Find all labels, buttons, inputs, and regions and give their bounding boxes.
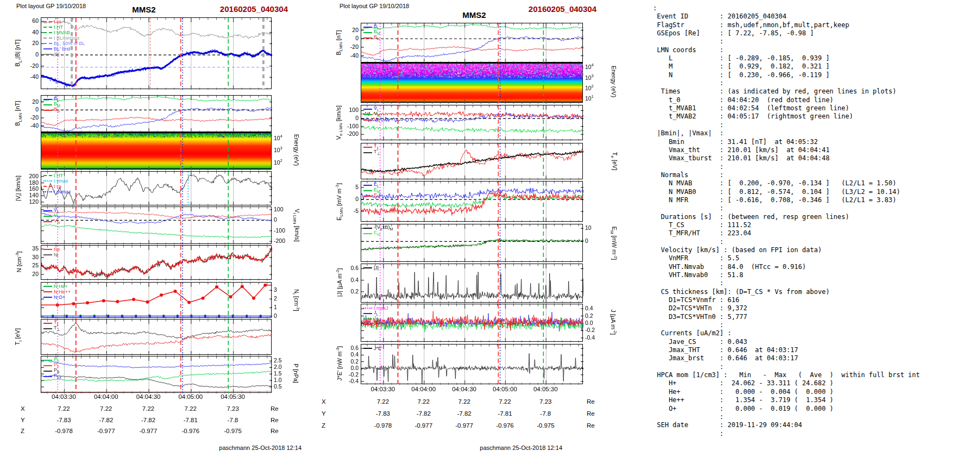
info-line: HPCA mom [1/cm3] : Min - Max ( Ave ) wit… xyxy=(653,371,920,379)
legend-elmn: ELEMEN xyxy=(363,183,380,199)
legend-entry: Ne xyxy=(43,247,60,252)
position-unit: Re xyxy=(587,398,595,405)
legend-em: -(VexB)MEM xyxy=(363,226,393,236)
legend-label: |B| xyxy=(54,52,60,57)
plot-jde: J*E' xyxy=(361,344,583,384)
position-unit: Re xyxy=(271,405,279,412)
info-line: T_MFR/HT : 223.04 xyxy=(653,229,920,237)
info-line: CS thickness [km]: (D=T_CS * Vs from abo… xyxy=(653,288,920,296)
tick-label: 25 xyxy=(16,262,39,268)
position-value: 7.23 xyxy=(214,405,252,412)
position-value: -7.83 xyxy=(45,417,83,423)
legend-line-sample xyxy=(43,191,52,192)
axis-label-ti: Ti [eV] xyxy=(14,319,22,355)
tick-label: 1.5 xyxy=(274,370,302,377)
tick-label: 20 xyxy=(16,98,39,105)
legend-line-sample xyxy=(43,360,52,361)
legend-label: BL, 50% of BL xyxy=(54,41,85,46)
legend-label: t cs xyxy=(54,184,61,189)
legend-line-sample xyxy=(363,267,372,268)
position-value: 7.22 xyxy=(405,398,443,405)
position-row-key: X xyxy=(322,398,326,405)
chart-canvas-vi-lmn xyxy=(41,207,272,245)
position-value: -0.976 xyxy=(486,422,524,429)
plot-pressure: PpPePBPtot xyxy=(41,356,272,393)
info-line: Vmax_tburst : 210.01 [km/s] at 04:04:48 xyxy=(653,154,920,162)
legend-label: N He++ xyxy=(54,289,71,295)
legend-entry: BL' brst xyxy=(43,46,85,52)
tick-label: 30 xyxy=(16,254,39,260)
legend-line-sample xyxy=(43,21,52,22)
legend-label: N O+ xyxy=(54,295,65,300)
plot-layout-label-left: Plot layout GP 19/10/2018 xyxy=(16,3,86,9)
info-line: VHT.Nmvab : 84.0 (HTcc = 0.916) xyxy=(653,263,920,271)
energy-tick-label: 101 xyxy=(585,95,613,102)
legend-ve-lmn: VLVMVN xyxy=(363,107,380,123)
legend-entry: t HT xyxy=(43,24,85,30)
plot-blmn: BLBMBN xyxy=(41,95,272,132)
position-value: -0.977 xyxy=(87,428,125,434)
time-axis-label: 04:05:30 xyxy=(526,386,564,392)
info-line: Times : (as indicated by red, green line… xyxy=(653,87,920,96)
footer-signature-mid: paschmann 25-Oct-2018 12:14 xyxy=(399,445,562,451)
tick-label: -0.2 xyxy=(336,371,359,378)
time-axis-label: 04:04:00 xyxy=(405,386,443,392)
legend-entry: t cs xyxy=(43,19,85,24)
tick-label: 0 xyxy=(336,196,359,202)
plot-n-density: NeNi xyxy=(41,245,272,280)
info-line: Jmax_THT : 0.646 at 04:03:17 xyxy=(653,346,920,354)
tick-label: 0 xyxy=(16,51,39,58)
legend-line-sample xyxy=(43,297,52,298)
info-line: Durations [s] : (between red, resp green… xyxy=(653,213,920,221)
legend-line-sample xyxy=(363,152,372,153)
info-line: : xyxy=(653,204,920,212)
info-line: : xyxy=(653,4,920,12)
legend-entry: |J| xyxy=(363,265,379,271)
tick-label: 0.5 xyxy=(274,383,302,390)
legend-jlmn: t maxJJLJMJN xyxy=(363,305,388,327)
legend-line-sample xyxy=(43,43,52,44)
info-line: Currents [uA/m2] : xyxy=(653,329,920,337)
legend-line-sample xyxy=(43,249,52,250)
legend-entry: t MVAB xyxy=(43,30,85,35)
legend-entry: T⊥ xyxy=(43,326,60,331)
legend-label: BL' brst xyxy=(54,46,70,52)
legend-line-sample xyxy=(43,27,52,28)
tick-label: 60 xyxy=(16,17,39,24)
legend-entry: t BLminmax xyxy=(43,35,85,41)
position-value: -0.976 xyxy=(172,428,210,434)
info-line: Jave_CS : 0.043 xyxy=(653,338,920,346)
legend-line-sample xyxy=(363,114,372,115)
legend-line-sample xyxy=(43,32,52,33)
tick-label: 1 xyxy=(274,304,302,310)
position-value: 7.22 xyxy=(364,398,402,405)
legend-entry: VN xyxy=(43,219,60,224)
energy-tick-label: 103 xyxy=(274,146,302,153)
legend-label: Ni xyxy=(54,252,59,258)
position-value: -7.83 xyxy=(364,410,402,417)
position-value: -7.8 xyxy=(526,410,564,417)
tick-label: 0.0 xyxy=(585,320,613,326)
info-line: LMN coords : xyxy=(653,46,920,54)
legend-entry: VN xyxy=(363,117,380,123)
tick-label: -40 xyxy=(16,73,39,80)
legend-line-sample xyxy=(43,365,52,366)
plot-vi-mag: t HTt vmaxt cst dvmax xyxy=(41,171,272,205)
tick-label: 0 xyxy=(274,312,302,319)
info-line: VnMFR : 5.5 xyxy=(653,254,920,262)
legend-ti: T∥T⊥ xyxy=(43,321,60,331)
legend-line-sample xyxy=(43,99,52,100)
legend-entry: N O+ xyxy=(43,295,71,300)
legend-label: t dvmax xyxy=(54,189,71,195)
tick-label: 0.4 xyxy=(585,305,613,311)
tick-label: -100 xyxy=(274,227,302,234)
legend-label: VN xyxy=(54,218,60,226)
legend-label: JN xyxy=(374,321,379,328)
tick-label: 5 xyxy=(336,184,359,190)
legend-entry: N He++ xyxy=(43,289,71,295)
info-line: H+ : 24.062 - 33.311 ( 24.682 ) xyxy=(653,379,920,387)
tick-label: 140 xyxy=(16,192,39,198)
time-axis-label: 04:05:00 xyxy=(172,393,210,400)
position-row-key: X xyxy=(21,405,25,412)
tick-label: -0.4 xyxy=(336,378,359,384)
